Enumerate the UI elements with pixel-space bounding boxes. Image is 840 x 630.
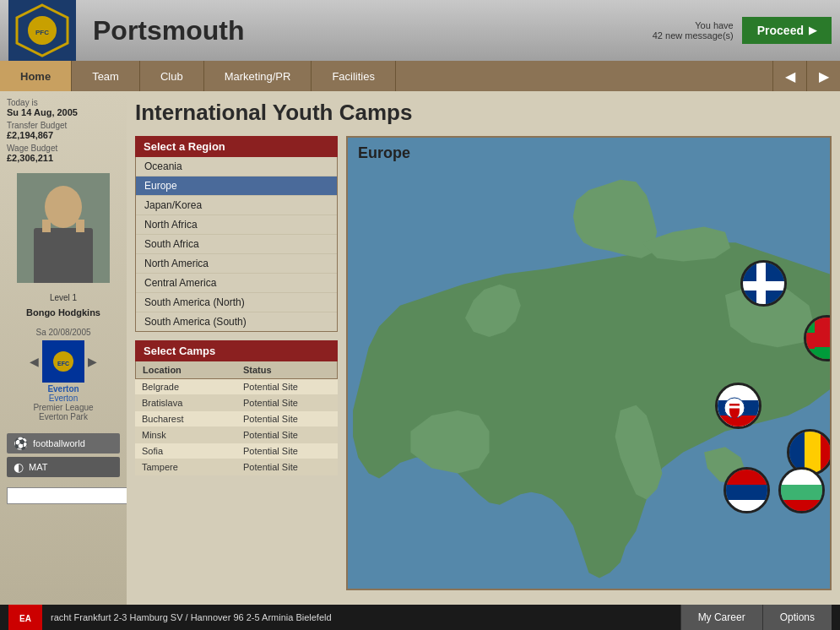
svg-text:EFC: EFC — [57, 361, 69, 367]
region-item-europe[interactable]: Europe — [136, 177, 337, 196]
camps-rows: BelgradePotential SiteBratislavaPotentia… — [135, 379, 338, 475]
camp-row-sofia[interactable]: SofiaPotential Site — [135, 443, 338, 459]
club-name-area: Portsmouth — [76, 15, 653, 46]
camp-location: Tampere — [135, 459, 236, 475]
news-ticker: racht Frankfurt 2-3 Hamburg SV / Hannove… — [42, 612, 680, 622]
svg-rect-5 — [34, 228, 93, 283]
camp-location: Sofia — [135, 443, 236, 459]
date-section: Today is Su 14 Aug, 2005 Transfer Budget… — [7, 98, 120, 163]
bottom-buttons: My Career Options — [680, 605, 832, 630]
sidebar: Today is Su 14 Aug, 2005 Transfer Budget… — [0, 91, 127, 605]
camp-location: Minsk — [135, 427, 236, 443]
search-area: Browse Find — [7, 487, 120, 504]
today-label: Today is — [7, 98, 120, 107]
svg-rect-25 — [821, 432, 832, 475]
messages-line1: You have — [653, 20, 734, 30]
footballworld-button[interactable]: ⚽ footballworld — [7, 433, 120, 453]
transfer-budget-label: Transfer Budget — [7, 121, 120, 130]
club-crest: PFC — [8, 0, 76, 61]
map-svg — [348, 138, 830, 589]
region-item-south-america-(south)[interactable]: South America (South) — [136, 312, 337, 331]
tab-facilities[interactable]: Facilities — [312, 61, 396, 91]
left-panel: Select a Region OceaniaEuropeJapan/Korea… — [135, 136, 338, 590]
camp-status: Potential Site — [236, 395, 338, 410]
region-item-south-africa[interactable]: South Africa — [136, 235, 337, 254]
mat-button[interactable]: ◐ MAT — [7, 457, 120, 477]
match-league: Premier League — [7, 403, 120, 412]
svg-rect-7 — [76, 220, 84, 232]
camp-row-bratislava[interactable]: BratislavaPotential Site — [135, 395, 338, 411]
footballworld-icon: ⚽ — [14, 437, 28, 450]
camp-row-bucharest[interactable]: BucharestPotential Site — [135, 411, 338, 427]
match-crest: EFC — [42, 340, 84, 383]
regions-header: Select a Region — [135, 136, 338, 157]
match-next-button[interactable]: ▶ — [88, 355, 97, 368]
search-input[interactable] — [7, 487, 133, 504]
svg-rect-30 — [781, 485, 825, 500]
nav-forward-button[interactable]: ▶ — [806, 61, 840, 91]
region-item-oceania[interactable]: Oceania — [136, 157, 337, 177]
wage-budget-value: £2,306,211 — [7, 153, 120, 163]
nav-back-button[interactable]: ◀ — [772, 61, 806, 91]
tab-team[interactable]: Team — [72, 61, 140, 91]
region-item-japan/korea[interactable]: Japan/Korea — [136, 196, 337, 215]
tab-home[interactable]: Home — [0, 61, 72, 91]
camps-section: Select Camps Location Status BelgradePot… — [135, 340, 338, 475]
manager-level: Level 1 — [7, 293, 120, 302]
top-bar: PFC Portsmouth You have 42 new message(s… — [0, 0, 840, 61]
match-nav: ◀ EFC ▶ — [7, 340, 120, 383]
wage-budget-label: Wage Budget — [7, 144, 120, 153]
camp-status: Potential Site — [236, 443, 338, 459]
match-team-name: Everton — [7, 384, 120, 394]
camp-row-minsk[interactable]: MinskPotential Site — [135, 427, 338, 443]
serbia-flag[interactable] — [723, 467, 770, 513]
two-col: Select a Region OceaniaEuropeJapan/Korea… — [135, 136, 832, 590]
map-area: Europe — [346, 136, 832, 590]
tab-club[interactable]: Club — [140, 61, 204, 91]
bulgaria-flag[interactable] — [778, 467, 825, 513]
region-item-central-america[interactable]: Central America — [136, 274, 337, 293]
match-section: Sa 20/08/2005 ◀ EFC ▶ Everton Everton Pr… — [7, 328, 120, 421]
finland-flag[interactable] — [740, 260, 787, 307]
nav-arrows: ◀ ▶ — [772, 61, 840, 91]
date-value: Su 14 Aug, 2005 — [7, 107, 120, 117]
club-name: Portsmouth — [93, 15, 653, 46]
map-title: Europe — [358, 144, 410, 162]
camps-header: Select Camps — [135, 340, 338, 361]
options-button[interactable]: Options — [762, 605, 832, 630]
slovakia-flag[interactable] — [715, 383, 761, 429]
camp-status: Potential Site — [236, 427, 338, 443]
svg-text:PFC: PFC — [35, 29, 49, 36]
proceed-button[interactable]: Proceed — [742, 17, 832, 44]
region-list: OceaniaEuropeJapan/KoreaNorth AfricaSout… — [135, 157, 338, 332]
camp-location: Belgrade — [135, 379, 236, 394]
svg-text:EA: EA — [19, 614, 31, 623]
region-item-south-america-(north)[interactable]: South America (North) — [136, 293, 337, 312]
manager-photo-placeholder — [17, 173, 110, 283]
camp-status: Potential Site — [236, 411, 338, 426]
camps-table-header: Location Status — [135, 361, 338, 379]
match-prev-button[interactable]: ◀ — [30, 355, 39, 368]
camp-row-belgrade[interactable]: BelgradePotential Site — [135, 379, 338, 395]
ea-logo: EA — [8, 605, 42, 630]
camp-status: Potential Site — [236, 379, 338, 394]
camp-location: Bucharest — [135, 411, 236, 426]
region-item-north-africa[interactable]: North Africa — [136, 215, 337, 235]
manager-name: Bongo Hodgkins — [7, 307, 120, 318]
manager-photo — [17, 173, 110, 283]
nav-bar: Home Team Club Marketing/PR Facilities ◀… — [0, 61, 840, 91]
camp-location: Bratislava — [135, 395, 236, 410]
svg-rect-27 — [726, 485, 770, 500]
svg-rect-14 — [756, 263, 766, 307]
my-career-button[interactable]: My Career — [680, 605, 762, 630]
status-bar: EA racht Frankfurt 2-3 Hamburg SV / Hann… — [0, 605, 840, 630]
tab-marketing[interactable]: Marketing/PR — [204, 61, 312, 91]
camps-col-status: Status — [236, 361, 337, 378]
camps-col-location: Location — [136, 361, 236, 378]
mat-icon: ◐ — [14, 460, 24, 474]
region-item-north-america[interactable]: North America — [136, 254, 337, 274]
transfer-budget-value: £2,194,867 — [7, 130, 120, 140]
camp-row-tampere[interactable]: TamperePotential Site — [135, 459, 338, 475]
match-venue: Everton Park — [7, 412, 120, 421]
camp-status: Potential Site — [236, 459, 338, 475]
